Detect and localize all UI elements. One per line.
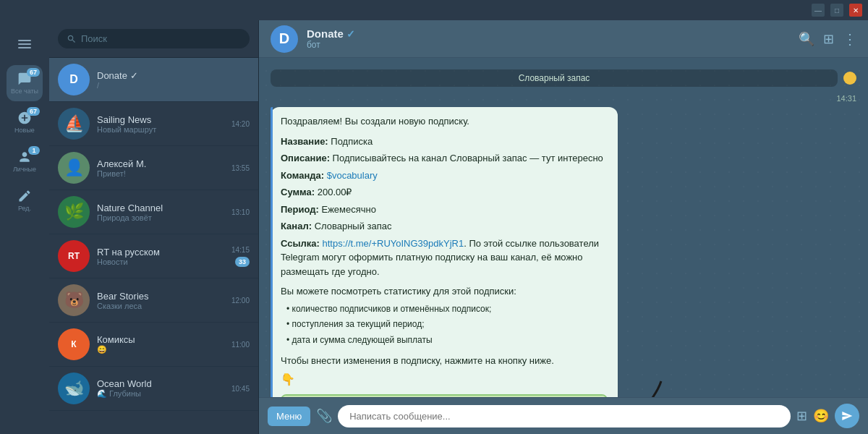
layout-button[interactable]: ⊞ <box>823 31 834 47</box>
name-label: Название: <box>281 136 328 147</box>
chat-header: D Donate ✓ бот 🔍 ⊞ ⋮ <box>259 20 868 58</box>
chat-list-header: Поиск <box>49 20 258 58</box>
hamburger-menu-button[interactable] <box>7 26 43 62</box>
grid-icon-button[interactable]: ⊞ <box>796 408 807 424</box>
chat-info-4: Nature Channel Природа зовёт <box>97 203 224 222</box>
chat-meta-comics: 11:00 <box>231 341 250 349</box>
name-value: Подписка <box>331 136 373 147</box>
chat-preview-rt: Новости <box>97 258 224 266</box>
new-chats-badge: 67 <box>27 107 40 116</box>
chat-header-info: Donate ✓ бот <box>307 27 790 50</box>
chat-name-donate: Donate ✓ <box>97 70 242 81</box>
chat-info-2: Sailing News Новый маршрут <box>97 114 224 134</box>
command-label: Команда: <box>281 170 324 181</box>
period-label: Период: <box>281 204 319 215</box>
chat-preview-comics: 😄 <box>97 345 224 354</box>
send-button[interactable] <box>835 404 859 428</box>
avatar-rt: RT <box>58 240 90 272</box>
channel-value: Словарный запас <box>315 221 392 231</box>
chat-name-comics: Комиксы <box>97 334 224 345</box>
channel-label: Канал: <box>281 221 312 231</box>
desc-value: Подписывайтесь на канал Словарный запас … <box>333 153 603 163</box>
search-box[interactable]: Поиск <box>58 29 250 48</box>
chat-name-whale: Ocean World <box>97 378 224 389</box>
chat-item-comics[interactable]: К Комиксы 😄 11:00 <box>49 323 258 367</box>
verified-icon: ✓ <box>346 28 355 40</box>
chat-meta-3: 13:55 <box>231 164 250 172</box>
chat-name-bear: Bear Stories <box>97 291 224 302</box>
chat-item-3[interactable]: 👤 Алексей М. Привет! 13:55 <box>49 146 258 190</box>
arrow-annotation <box>603 374 676 397</box>
edit-button[interactable]: Ред. <box>7 182 43 218</box>
all-chats-badge: 67 <box>27 68 40 77</box>
chat-avatar: D <box>271 25 298 53</box>
new-chats-button[interactable]: 67 Новые <box>7 104 43 140</box>
chat-item-4[interactable]: 🌿 Nature Channel Природа зовёт 13:10 <box>49 190 258 234</box>
chat-item-whale[interactable]: 🐋 Ocean World 🌊 Глубины 10:45 <box>49 367 258 411</box>
emoji-hand: 👇 <box>281 371 608 388</box>
attach-button[interactable]: 📎 <box>316 408 332 424</box>
avatar-2: ⛵ <box>58 108 90 140</box>
all-chats-label: Все чаты <box>11 88 38 95</box>
menu-button[interactable]: Меню <box>268 407 310 426</box>
period-value: Ежемесячно <box>321 204 376 215</box>
chat-meta-2: 14:20 <box>231 120 250 128</box>
chat-preview-4: Природа зовёт <box>97 213 224 222</box>
command-link[interactable]: $vocabulary <box>327 170 378 181</box>
personal-label: Личные <box>13 166 36 173</box>
input-actions: ⊞ 😊 <box>796 404 859 428</box>
timestamp-row: 14:31 <box>271 94 856 103</box>
chat-preview-whale: 🌊 Глубины <box>97 389 224 399</box>
channel-banner: Словарный запас <box>271 69 838 87</box>
greeting-text: Поздравляем! Вы создали новую подписку. <box>281 114 608 129</box>
personal-badge: 1 <box>28 146 40 155</box>
title-bar: — □ ✕ <box>0 0 868 20</box>
chat-name-rt: RT на русском <box>97 247 224 258</box>
new-chats-label: Новые <box>14 127 35 134</box>
chat-info-3: Алексей М. Привет! <box>97 158 224 178</box>
chat-items: D Donate ✓ / ⛵ Sailing News Новый м <box>49 58 258 434</box>
sum-value: 200.00₽ <box>318 187 352 197</box>
personal-chats-button[interactable]: 1 Личные <box>7 143 43 179</box>
search-icon <box>67 34 77 44</box>
all-chats-button[interactable]: 67 Все чаты <box>7 65 43 101</box>
more-menu-button[interactable]: ⋮ <box>843 30 856 48</box>
blue-accent-line <box>271 107 273 397</box>
link-label: Ссылка: <box>281 238 320 249</box>
minimize-button[interactable]: — <box>812 4 825 17</box>
chat-item-rt[interactable]: RT RT на русском Новости 14:15 33 <box>49 234 258 278</box>
desc-label: Описание: <box>281 153 330 163</box>
chat-info-donate: Donate ✓ / <box>97 70 242 90</box>
edit-intro: Чтобы внести изменения в подписку, нажми… <box>281 354 608 368</box>
chat-item-bear[interactable]: 🐻 Bear Stories Сказки леса 12:00 <box>49 278 258 323</box>
link-value[interactable]: https://t.me/+RUYoING39pdkYjR1 <box>323 238 464 249</box>
chat-header-name: Donate ✓ <box>307 27 790 40</box>
sum-label: Сумма: <box>281 187 315 197</box>
maximize-button[interactable]: □ <box>830 4 843 17</box>
avatar-bear: 🐻 <box>58 284 90 316</box>
bot-message-bubble: Поздравляем! Вы создали новую подписку. … <box>271 107 618 397</box>
stats-items: • количество подписчиков и отменённых по… <box>286 302 608 349</box>
chat-name-2: Sailing News <box>97 114 224 125</box>
avatar-comics: К <box>58 328 90 360</box>
chat-info-bear: Bear Stories Сказки леса <box>97 291 224 310</box>
chat-name-3: Алексей М. <box>97 158 224 169</box>
avatar-4: 🌿 <box>58 196 90 228</box>
rt-badge: 33 <box>235 257 250 267</box>
edit-label: Ред. <box>18 205 31 212</box>
close-button[interactable]: ✕ <box>849 4 862 17</box>
search-header-button[interactable]: 🔍 <box>799 31 814 47</box>
emoji-button[interactable]: 😊 <box>813 408 829 424</box>
chat-name-4: Nature Channel <box>97 203 224 213</box>
icon-bar: 67 Все чаты 67 Новые 1 Личные Ред. <box>0 20 49 434</box>
chat-list: Поиск D Donate ✓ / <box>49 20 259 434</box>
chat-item-2[interactable]: ⛵ Sailing News Новый маршрут 14:20 <box>49 102 258 146</box>
yellow-indicator <box>843 72 856 85</box>
edit-icon <box>17 189 32 203</box>
message-time: 14:31 <box>836 94 856 103</box>
chat-input-bar: Меню 📎 ⊞ 😊 <box>259 397 868 434</box>
chat-preview-3: Привет! <box>97 169 224 178</box>
chat-meta-4: 13:10 <box>231 208 250 216</box>
chat-item-donate[interactable]: D Donate ✓ / <box>49 58 258 102</box>
message-input[interactable] <box>338 405 791 427</box>
